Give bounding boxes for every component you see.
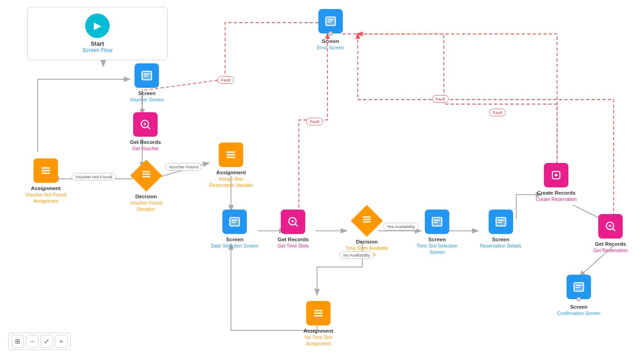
confirmation-screen-icon <box>567 275 591 299</box>
start-sublabel: Screen Flow <box>82 47 113 53</box>
no-availability-label: No Availability <box>340 251 374 259</box>
time-slots-decision-node: Decision Time Slots AvailableDecision <box>346 210 388 258</box>
svg-rect-64 <box>327 19 334 20</box>
fault-label-4: Fault <box>489 109 506 116</box>
svg-rect-14 <box>144 73 150 74</box>
svg-rect-45 <box>434 220 440 220</box>
no-time-slot-icon <box>306 301 331 325</box>
start-label: Start <box>91 40 104 47</box>
voucher-screen-node: Screen Voucher Screen <box>130 63 164 103</box>
get-reservation-icon <box>598 214 623 239</box>
voucher-screen-icon <box>135 63 159 88</box>
grid-button[interactable]: ⊞ <box>11 335 24 348</box>
svg-rect-31 <box>231 220 238 220</box>
svg-rect-32 <box>231 222 235 223</box>
svg-rect-60 <box>576 285 582 286</box>
create-reservation-node: Create Records Create Reservation <box>536 163 577 203</box>
date-selection-node: Screen Date Selection Screen <box>211 210 258 249</box>
voucher-found-label: Voucher Found <box>165 163 202 171</box>
voucher-not-found-node: Assignment Voucher Not FoundAssignment <box>25 158 66 204</box>
assign-max-icon <box>219 143 243 167</box>
start-icon: ▶ <box>85 14 110 38</box>
time-slot-selection-node: Screen Time Slot SelectionScreen <box>417 210 457 255</box>
get-time-slots-icon <box>281 210 305 234</box>
assign-max-node: Assignment Assign MaxReservation Variabl… <box>209 143 253 188</box>
no-time-slot-node: Assignment No Time SlotAssignment <box>303 301 333 347</box>
time-slots-decision-icon <box>351 205 383 237</box>
start-node: ▶ Start Screen Flow <box>27 7 168 60</box>
svg-rect-15 <box>144 76 148 76</box>
get-voucher-icon <box>133 112 158 137</box>
get-voucher-node: Get Records Get Voucher <box>130 112 161 152</box>
create-reservation-icon <box>544 163 568 187</box>
confirmation-screen-node: Screen Confirmation Screen <box>557 275 601 317</box>
voucher-not-found-label: Voucher Not Found <box>72 173 116 181</box>
time-slot-selection-icon <box>425 210 449 234</box>
get-reservation-node: Get Records Get Reservation <box>593 214 628 254</box>
voucher-decision-icon <box>130 160 162 192</box>
error-screen-icon <box>318 9 343 33</box>
svg-rect-50 <box>498 222 502 223</box>
canvas-toolbar: ⊞ − ⤢ + <box>8 333 71 350</box>
svg-line-55 <box>613 229 615 231</box>
reservation-details-icon <box>489 210 513 234</box>
voucher-not-found-icon <box>34 158 58 183</box>
svg-rect-61 <box>576 287 580 288</box>
voucher-decision-node: Decision Voucher FoundDecision <box>130 164 162 212</box>
fault-label-1: Fault <box>217 76 234 84</box>
date-selection-icon <box>222 210 247 234</box>
svg-rect-65 <box>327 21 332 22</box>
zoom-out-button[interactable]: − <box>26 335 38 348</box>
error-screen-node: Screen Error Screen <box>317 9 344 51</box>
zoom-in-button[interactable]: + <box>55 335 67 348</box>
fault-label-2: Fault <box>306 118 323 125</box>
reservation-details-node: Screen Reservation Details <box>480 210 521 249</box>
expand-button[interactable]: ⤢ <box>40 335 53 348</box>
fault-label-3: Fault <box>432 95 449 103</box>
svg-rect-46 <box>434 222 438 223</box>
svg-line-17 <box>148 127 150 129</box>
get-time-slots-node: Get Records Get Time Slots <box>278 210 309 249</box>
yes-availability-label: Yes Availability <box>383 223 418 230</box>
svg-line-34 <box>295 224 298 227</box>
svg-rect-49 <box>498 220 504 220</box>
